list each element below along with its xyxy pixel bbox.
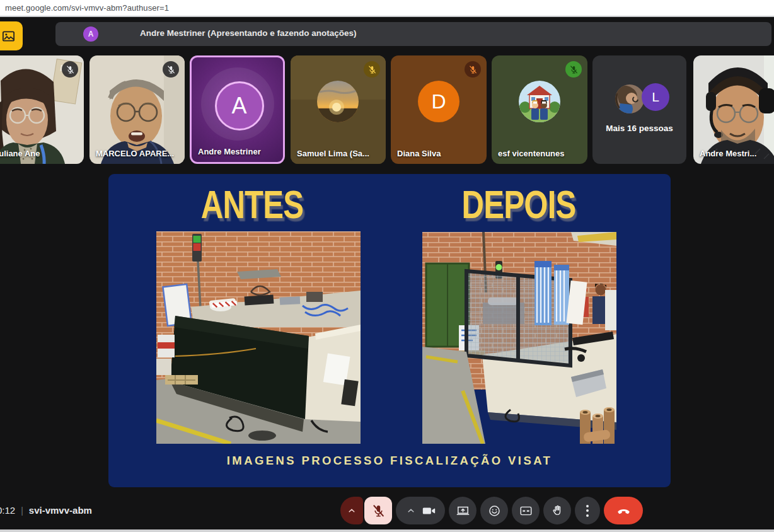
- participant-name: Andre Mestri...: [700, 149, 756, 158]
- mic-options-button[interactable]: [340, 497, 363, 524]
- banner-message: Andre Mestriner (Apresentando e fazendo …: [140, 28, 357, 38]
- presenting-banner[interactable]: A Andre Mestriner (Apresentando e fazend…: [55, 22, 771, 46]
- mic-control-group: [340, 497, 392, 524]
- chevron-up-icon: [346, 505, 357, 516]
- muted-mic-badge: [163, 61, 179, 78]
- present-screen-button[interactable]: [449, 497, 477, 524]
- participant-tile-esf[interactable]: esf vicentenunes: [492, 55, 587, 164]
- participant-tile-samuel[interactable]: Samuel Lima (Sa...: [291, 55, 386, 164]
- letter-avatar: D: [418, 81, 459, 122]
- photo-before: [156, 231, 361, 444]
- overflow-count-label: Mais 16 pessoas: [592, 124, 686, 133]
- muted-mic-badge: [364, 61, 380, 78]
- call-controls: [340, 496, 643, 525]
- participant-tile-diana[interactable]: D Diana Silva: [391, 55, 487, 164]
- participant-tile-marcelo[interactable]: MARCELO APARE...: [90, 55, 185, 164]
- bottom-edge-strip: [0, 529, 774, 532]
- participant-tile-andre-video[interactable]: Andre Mestri...: [693, 55, 774, 164]
- muted-mic-badge: [62, 61, 78, 78]
- reactions-smiley-icon: [488, 504, 501, 518]
- mic-mute-button[interactable]: [364, 497, 392, 524]
- participant-name: Samuel Lima (Sa...: [297, 149, 369, 158]
- participant-name: Andre Mestriner: [198, 147, 261, 156]
- slide-title-before: ANTES: [168, 182, 335, 227]
- meeting-status: 0:12 | svi-vmvv-abm: [0, 505, 92, 516]
- house-illustration-avatar: [519, 81, 560, 122]
- presentation-slide: ANTES DEPOIS: [108, 174, 671, 487]
- slide-caption: IMAGENS PROCESSO FISCALIZAÇÃO VISAT: [108, 454, 671, 468]
- raise-hand-icon: [551, 504, 564, 518]
- captions-button[interactable]: [512, 497, 540, 524]
- participant-name: esf vicentenunes: [498, 149, 565, 158]
- slide-title-after: DEPOIS: [435, 182, 602, 227]
- camera-control-group[interactable]: [396, 497, 445, 524]
- captions-cc-icon: [519, 504, 533, 518]
- reactions-button[interactable]: [480, 497, 508, 524]
- letter-avatar: A: [215, 81, 264, 130]
- more-participants-tile[interactable]: L Mais 16 pessoas: [592, 55, 686, 164]
- meeting-time: 0:12: [0, 505, 15, 516]
- participant-tile-juliane[interactable]: Juliane Ane: [0, 55, 84, 164]
- participant-name: Juliane Ane: [0, 149, 40, 158]
- participant-photo-avatar: [615, 84, 644, 113]
- letter-avatar: L: [642, 83, 669, 111]
- photo-after: [422, 232, 616, 444]
- end-call-icon: [616, 504, 631, 518]
- meeting-code: svi-vmvv-abm: [29, 505, 92, 516]
- chevron-up-icon: [405, 505, 417, 516]
- browser-url-bar[interactable]: meet.google.com/svi-vmvv-abm?authuser=1: [0, 0, 774, 17]
- more-options-button[interactable]: [575, 497, 600, 524]
- end-call-button[interactable]: [604, 497, 643, 524]
- annotation-tool-icon[interactable]: [0, 21, 23, 50]
- more-options-icon: [586, 505, 589, 517]
- page-url[interactable]: meet.google.com/svi-vmvv-abm?authuser=1: [5, 3, 169, 13]
- video-frame: [693, 55, 774, 164]
- raise-hand-button[interactable]: [543, 497, 571, 524]
- participant-name: Diana Silva: [397, 149, 441, 158]
- participant-tile-andre-speaking[interactable]: A Andre Mestriner: [190, 55, 285, 164]
- status-separator: |: [21, 506, 23, 516]
- participant-name: MARCELO APARE...: [96, 149, 174, 158]
- muted-mic-badge: [565, 61, 582, 78]
- sunset-photo-avatar: [317, 81, 359, 122]
- banner-avatar: A: [83, 26, 98, 42]
- mic-off-icon: [371, 504, 386, 518]
- present-screen-icon: [456, 504, 470, 518]
- muted-mic-badge: [465, 61, 481, 78]
- camera-icon: [422, 504, 436, 518]
